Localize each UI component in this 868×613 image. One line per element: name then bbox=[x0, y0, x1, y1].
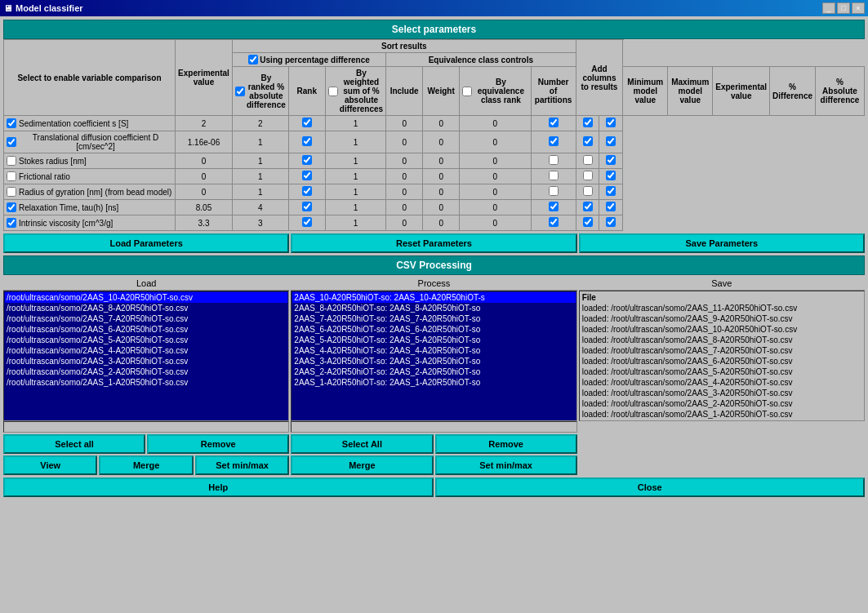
select-all-load-button[interactable]: Select all bbox=[3, 434, 145, 454]
min-model-cell-2: 0 bbox=[423, 153, 460, 169]
save-log-list[interactable]: File loaded: /root/ultrascan/somo/2AAS_1… bbox=[579, 291, 865, 421]
add-exp-checkbox-5[interactable] bbox=[549, 202, 559, 211]
add-pct-checkbox-1[interactable] bbox=[583, 136, 593, 146]
using-pct-diff-label[interactable]: Using percentage difference bbox=[235, 55, 383, 64]
row-label-1[interactable]: Translational diffusion coefficient D [c… bbox=[7, 133, 172, 151]
row-checkbox-5[interactable] bbox=[7, 202, 16, 212]
reset-parameters-button[interactable]: Reset Parameters bbox=[291, 233, 576, 253]
add-exp-checkbox-3[interactable] bbox=[549, 171, 559, 180]
include-checkbox-5[interactable] bbox=[302, 202, 312, 211]
add-abs-checkbox-5[interactable] bbox=[606, 202, 616, 211]
add-abs-checkbox-1[interactable] bbox=[606, 136, 616, 146]
process-scrollbar[interactable] bbox=[291, 421, 576, 433]
set-min-max-load-button[interactable]: Set min/max bbox=[195, 455, 289, 475]
row-checkbox-6[interactable] bbox=[7, 218, 16, 228]
add-abs-checkbox-3[interactable] bbox=[606, 171, 616, 180]
load-file-item[interactable]: /root/ultrascan/somo/2AAS_8-A20R50hiOT-s… bbox=[5, 303, 287, 313]
add-abs-checkbox-6[interactable] bbox=[606, 217, 616, 227]
min-model-cell-1: 0 bbox=[423, 131, 460, 153]
row-checkbox-0[interactable] bbox=[7, 118, 16, 128]
add-pct-checkbox-2[interactable] bbox=[583, 155, 593, 165]
set-min-max-process-button[interactable]: Set min/max bbox=[435, 455, 577, 475]
save-parameters-button[interactable]: Save Parameters bbox=[579, 233, 865, 253]
row-label-2[interactable]: Stokes radius [nm] bbox=[7, 156, 172, 166]
select-all-process-button[interactable]: Select All bbox=[291, 434, 433, 454]
remove-process-button[interactable]: Remove bbox=[435, 434, 577, 454]
load-file-item[interactable]: /root/ultrascan/somo/2AAS_6-A20R50hiOT-s… bbox=[5, 324, 287, 335]
using-pct-diff-checkbox[interactable] bbox=[248, 55, 258, 64]
load-scrollbar[interactable] bbox=[3, 421, 289, 433]
process-list[interactable]: 2AAS_10-A20R50hiOT-so: 2AAS_10-A20R50hiO… bbox=[291, 291, 576, 421]
add-abs-checkbox-0[interactable] bbox=[606, 118, 616, 127]
save-log-item: loaded: /root/ultrascan/somo/2AAS_9-A20R… bbox=[581, 313, 863, 324]
row-checkbox-1[interactable] bbox=[7, 137, 16, 147]
view-button[interactable]: View bbox=[3, 455, 97, 475]
row-checkbox-2[interactable] bbox=[7, 156, 16, 166]
by-equiv-rank-label[interactable]: By equivalence class rank bbox=[462, 78, 527, 104]
add-exp-checkbox-4[interactable] bbox=[549, 186, 559, 196]
remove-load-button[interactable]: Remove bbox=[147, 434, 289, 454]
load-files-list[interactable]: /root/ultrascan/somo/2AAS_10-A20R50hiOT-… bbox=[3, 291, 289, 421]
row-label-6[interactable]: Intrinsic viscosity [cm^3/g] bbox=[7, 218, 172, 228]
row-label-0[interactable]: Sedimentation coefficient s [S] bbox=[7, 118, 172, 128]
process-item[interactable]: 2AAS_5-A20R50hiOT-so: 2AAS_5-A20R50hiOT-… bbox=[292, 335, 575, 345]
load-file-item[interactable]: /root/ultrascan/somo/2AAS_10-A20R50hiOT-… bbox=[5, 292, 287, 303]
include-checkbox-3[interactable] bbox=[302, 171, 312, 180]
include-checkbox-2[interactable] bbox=[302, 155, 312, 165]
maximize-button[interactable]: □ bbox=[837, 2, 850, 14]
minimize-button[interactable]: _ bbox=[822, 2, 835, 14]
close-button[interactable]: × bbox=[852, 2, 865, 14]
load-file-item[interactable]: /root/ultrascan/somo/2AAS_7-A20R50hiOT-s… bbox=[5, 313, 287, 324]
merge-load-button[interactable]: Merge bbox=[99, 455, 193, 475]
row-label-5[interactable]: Relaxation Time, tau(h) [ns] bbox=[7, 202, 172, 212]
add-exp-checkbox-6[interactable] bbox=[549, 217, 559, 227]
add-pct-checkbox-4[interactable] bbox=[583, 186, 593, 196]
by-weighted-checkbox[interactable] bbox=[328, 87, 338, 96]
load-file-item[interactable]: /root/ultrascan/somo/2AAS_4-A20R50hiOT-s… bbox=[5, 345, 287, 356]
row-label-4[interactable]: Radius of gyration [nm] (from bead model… bbox=[7, 187, 172, 197]
max-model-cell-0: 0 bbox=[460, 116, 531, 131]
min-model-cell-5: 0 bbox=[423, 200, 460, 215]
min-model-cell-0: 0 bbox=[423, 116, 460, 131]
process-item[interactable]: 2AAS_8-A20R50hiOT-so: 2AAS_8-A20R50hiOT-… bbox=[292, 303, 575, 313]
add-pct-checkbox-5[interactable] bbox=[583, 202, 593, 211]
by-equiv-rank-checkbox[interactable] bbox=[462, 87, 472, 96]
row-checkbox-3[interactable] bbox=[7, 171, 16, 181]
weight-cell-6: 1 bbox=[325, 215, 385, 231]
include-checkbox-4[interactable] bbox=[302, 186, 312, 196]
include-checkbox-0[interactable] bbox=[302, 118, 312, 127]
process-item[interactable]: 2AAS_10-A20R50hiOT-so: 2AAS_10-A20R50hiO… bbox=[292, 292, 575, 303]
add-pct-checkbox-3[interactable] bbox=[583, 171, 593, 180]
process-item[interactable]: 2AAS_6-A20R50hiOT-so: 2AAS_6-A20R50hiOT-… bbox=[292, 324, 575, 335]
add-abs-checkbox-4[interactable] bbox=[606, 186, 616, 196]
load-file-item[interactable]: /root/ultrascan/somo/2AAS_2-A20R50hiOT-s… bbox=[5, 366, 287, 377]
include-checkbox-1[interactable] bbox=[302, 136, 312, 146]
by-ranked-label[interactable]: By ranked % absolute difference bbox=[235, 73, 286, 109]
load-parameters-button[interactable]: Load Parameters bbox=[3, 233, 289, 253]
process-item[interactable]: 2AAS_7-A20R50hiOT-so: 2AAS_7-A20R50hiOT-… bbox=[292, 313, 575, 324]
include-checkbox-6[interactable] bbox=[302, 217, 312, 227]
add-exp-checkbox-0[interactable] bbox=[549, 118, 559, 127]
load-file-item[interactable]: /root/ultrascan/somo/2AAS_1-A20R50hiOT-s… bbox=[5, 377, 287, 388]
load-file-item[interactable]: /root/ultrascan/somo/2AAS_3-A20R50hiOT-s… bbox=[5, 356, 287, 366]
process-item[interactable]: 2AAS_4-A20R50hiOT-so: 2AAS_4-A20R50hiOT-… bbox=[292, 345, 575, 356]
add-pct-checkbox-6[interactable] bbox=[583, 217, 593, 227]
add-exp-checkbox-2[interactable] bbox=[549, 155, 559, 165]
row-label-3[interactable]: Frictional ratio bbox=[7, 171, 172, 181]
close-button-main[interactable]: Close bbox=[435, 478, 866, 497]
add-pct-checkbox-0[interactable] bbox=[583, 118, 593, 127]
process-item[interactable]: 2AAS_3-A20R50hiOT-so: 2AAS_3-A20R50hiOT-… bbox=[292, 356, 575, 366]
rank-cell-6: 3 bbox=[233, 215, 289, 231]
add-abs-checkbox-2[interactable] bbox=[606, 155, 616, 165]
row-checkbox-4[interactable] bbox=[7, 187, 16, 197]
help-button[interactable]: Help bbox=[3, 478, 434, 497]
process-item[interactable]: 2AAS_1-A20R50hiOT-so: 2AAS_1-A20R50hiOT-… bbox=[292, 377, 575, 388]
process-item[interactable]: 2AAS_2-A20R50hiOT-so: 2AAS_2-A20R50hiOT-… bbox=[292, 366, 575, 377]
by-weighted-label[interactable]: By weighted sum of % absolute difference… bbox=[328, 69, 383, 113]
by-ranked-checkbox[interactable] bbox=[235, 87, 245, 96]
load-file-item[interactable]: /root/ultrascan/somo/2AAS_5-A20R50hiOT-s… bbox=[5, 335, 287, 345]
exp-value-col-header: Experimental value bbox=[176, 40, 233, 116]
add-exp-checkbox-1[interactable] bbox=[549, 136, 559, 146]
num-partitions-cell-1: 0 bbox=[386, 131, 423, 153]
merge-process-button[interactable]: Merge bbox=[291, 455, 433, 475]
